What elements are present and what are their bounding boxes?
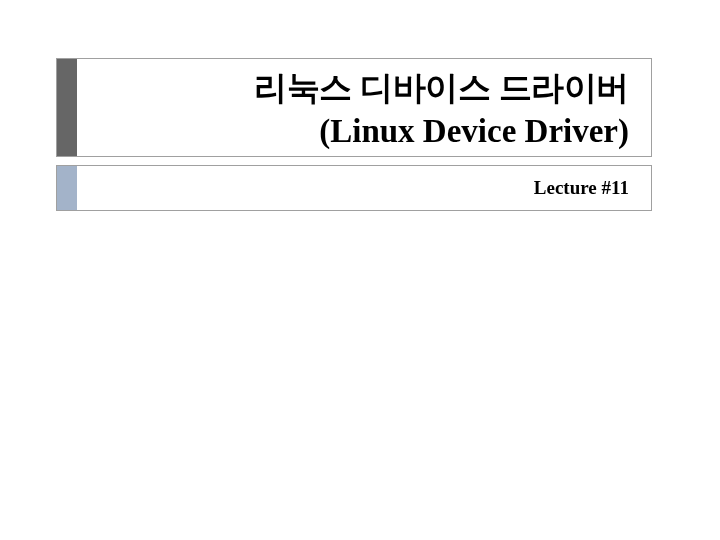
subtitle-text: Lecture #11 — [534, 177, 629, 199]
title-accent-bar — [57, 59, 77, 156]
title-line-2: (Linux Device Driver) — [319, 110, 629, 153]
subtitle-accent-bar — [57, 166, 77, 210]
subtitle-text-container: Lecture #11 — [77, 166, 651, 210]
subtitle-block: Lecture #11 — [56, 165, 652, 211]
title-block: 리눅스 디바이스 드라이버 (Linux Device Driver) — [56, 58, 652, 157]
title-line-1: 리눅스 디바이스 드라이버 — [254, 67, 629, 110]
title-text-container: 리눅스 디바이스 드라이버 (Linux Device Driver) — [77, 59, 651, 156]
